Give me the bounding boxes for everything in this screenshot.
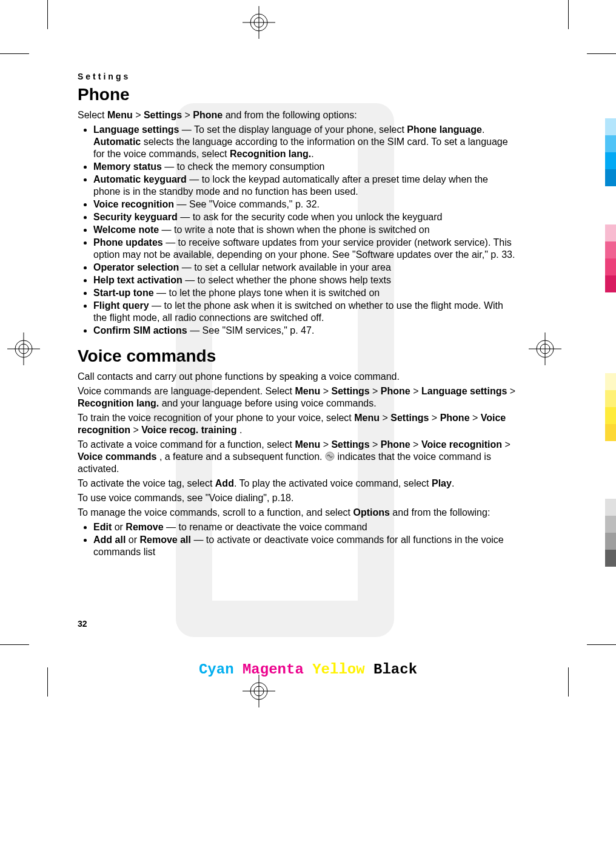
- registration-mark-icon: [7, 332, 40, 365]
- list-item: Flight query — to let the phone ask when…: [93, 300, 517, 324]
- voice-tag-icon: [325, 451, 335, 461]
- registration-mark-icon: [243, 6, 275, 39]
- list-item: Add all or Remove all — to activate or d…: [93, 534, 517, 558]
- list-item: Operator selection — to set a cellular n…: [93, 262, 517, 274]
- running-head: Settings: [78, 72, 517, 81]
- page-number: 32: [78, 619, 87, 629]
- list-item: Language settings — To set the display l…: [93, 124, 517, 160]
- voice-options-list: Edit or Remove — to rename or deactivate…: [78, 521, 517, 558]
- phone-intro: Select Menu > Settings > Phone and from …: [78, 109, 517, 121]
- color-names-footer: Cyan Magenta Yellow Black: [0, 661, 616, 678]
- color-bar: [605, 118, 616, 186]
- color-bar: [605, 499, 616, 567]
- voice-p5: To activate the voice tag, select Add. T…: [78, 477, 517, 490]
- list-item: Memory status — to check the memory cons…: [93, 161, 517, 173]
- list-item: Phone updates — to receive software upda…: [93, 237, 517, 261]
- voice-p1: Call contacts and carry out phone functi…: [78, 371, 517, 383]
- list-item: Confirm SIM actions — See "SIM services,…: [93, 325, 517, 337]
- list-item: Automatic keyguard — to lock the keypad …: [93, 174, 517, 198]
- list-item: Security keyguard — to ask for the secur…: [93, 211, 517, 223]
- footer-cyan: Cyan: [199, 661, 234, 678]
- crop-mark: [587, 644, 616, 645]
- voice-p7: To manage the voice commands, scroll to …: [78, 507, 517, 519]
- list-item: Voice recognition — See "Voice commands,…: [93, 198, 517, 211]
- crop-mark: [568, 0, 569, 29]
- voice-p2: Voice commands are language-dependent. S…: [78, 385, 517, 410]
- crop-mark: [47, 0, 48, 29]
- list-item: Welcome note — to write a note that is s…: [93, 224, 517, 236]
- crop-mark: [587, 53, 616, 54]
- footer-yellow: Yellow: [312, 661, 364, 678]
- crop-mark: [0, 644, 29, 645]
- crop-mark: [0, 53, 29, 54]
- color-bar: [605, 224, 616, 292]
- registration-mark-icon: [243, 675, 275, 707]
- section-title-voice-commands: Voice commands: [78, 346, 517, 366]
- phone-options-list: Language settings — To set the display l…: [78, 124, 517, 337]
- voice-p4: To activate a voice command for a functi…: [78, 439, 517, 475]
- color-bar: [605, 373, 616, 441]
- footer-black: Black: [373, 661, 417, 678]
- page-content: Settings Phone Select Menu > Settings > …: [78, 72, 517, 564]
- list-item: Start-up tone — to let the phone plays t…: [93, 287, 517, 299]
- footer-magenta: Magenta: [243, 661, 304, 678]
- registration-mark-icon: [529, 332, 561, 365]
- section-title-phone: Phone: [78, 85, 517, 104]
- voice-p6: To use voice commands, see "Voice dialin…: [78, 492, 517, 504]
- list-item: Edit or Remove — to rename or deactivate…: [93, 521, 517, 533]
- list-item: Help text activation — to select whether…: [93, 274, 517, 286]
- voice-p3: To train the voice recognition of your p…: [78, 412, 517, 436]
